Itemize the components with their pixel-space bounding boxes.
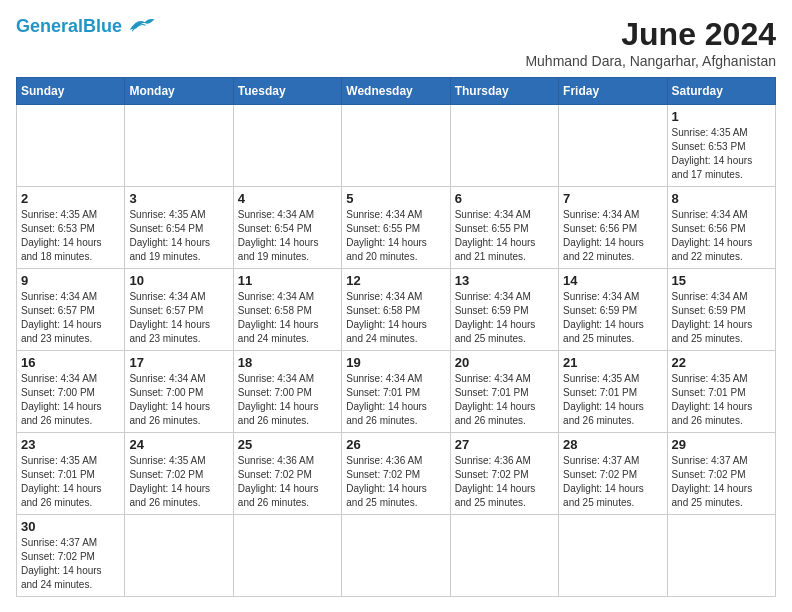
day-info: Sunrise: 4:34 AMSunset: 6:59 PMDaylight:… [672,290,771,346]
calendar-week-row: 16Sunrise: 4:34 AMSunset: 7:00 PMDayligh… [17,351,776,433]
day-info: Sunrise: 4:37 AMSunset: 7:02 PMDaylight:… [21,536,120,592]
day-number: 27 [455,437,554,452]
calendar-week-row: 23Sunrise: 4:35 AMSunset: 7:01 PMDayligh… [17,433,776,515]
day-info: Sunrise: 4:34 AMSunset: 7:01 PMDaylight:… [346,372,445,428]
day-number: 11 [238,273,337,288]
weekday-header-wednesday: Wednesday [342,78,450,105]
day-info: Sunrise: 4:37 AMSunset: 7:02 PMDaylight:… [563,454,662,510]
calendar-cell: 11Sunrise: 4:34 AMSunset: 6:58 PMDayligh… [233,269,341,351]
day-number: 7 [563,191,662,206]
day-number: 14 [563,273,662,288]
calendar-cell: 13Sunrise: 4:34 AMSunset: 6:59 PMDayligh… [450,269,558,351]
calendar-week-row: 30Sunrise: 4:37 AMSunset: 7:02 PMDayligh… [17,515,776,597]
day-info: Sunrise: 4:34 AMSunset: 6:56 PMDaylight:… [563,208,662,264]
title-block: June 2024 Muhmand Dara, Nangarhar, Afgha… [525,16,776,69]
calendar-cell: 1Sunrise: 4:35 AMSunset: 6:53 PMDaylight… [667,105,775,187]
day-number: 9 [21,273,120,288]
day-number: 24 [129,437,228,452]
day-info: Sunrise: 4:34 AMSunset: 7:00 PMDaylight:… [238,372,337,428]
day-info: Sunrise: 4:35 AMSunset: 7:01 PMDaylight:… [563,372,662,428]
calendar-cell: 24Sunrise: 4:35 AMSunset: 7:02 PMDayligh… [125,433,233,515]
calendar-cell [450,105,558,187]
day-info: Sunrise: 4:34 AMSunset: 6:55 PMDaylight:… [346,208,445,264]
calendar-cell: 14Sunrise: 4:34 AMSunset: 6:59 PMDayligh… [559,269,667,351]
calendar-cell [17,105,125,187]
day-info: Sunrise: 4:37 AMSunset: 7:02 PMDaylight:… [672,454,771,510]
page-header: GeneralBlue June 2024 Muhmand Dara, Nang… [16,16,776,69]
calendar-cell [559,515,667,597]
calendar-week-row: 2Sunrise: 4:35 AMSunset: 6:53 PMDaylight… [17,187,776,269]
calendar-cell: 26Sunrise: 4:36 AMSunset: 7:02 PMDayligh… [342,433,450,515]
calendar-cell: 7Sunrise: 4:34 AMSunset: 6:56 PMDaylight… [559,187,667,269]
calendar-cell: 21Sunrise: 4:35 AMSunset: 7:01 PMDayligh… [559,351,667,433]
weekday-header-friday: Friday [559,78,667,105]
day-info: Sunrise: 4:34 AMSunset: 6:59 PMDaylight:… [455,290,554,346]
day-info: Sunrise: 4:35 AMSunset: 6:53 PMDaylight:… [21,208,120,264]
day-number: 10 [129,273,228,288]
day-info: Sunrise: 4:35 AMSunset: 7:02 PMDaylight:… [129,454,228,510]
logo-text: GeneralBlue [16,17,122,35]
day-info: Sunrise: 4:34 AMSunset: 6:55 PMDaylight:… [455,208,554,264]
calendar-cell: 10Sunrise: 4:34 AMSunset: 6:57 PMDayligh… [125,269,233,351]
day-info: Sunrise: 4:36 AMSunset: 7:02 PMDaylight:… [346,454,445,510]
day-info: Sunrise: 4:35 AMSunset: 6:54 PMDaylight:… [129,208,228,264]
calendar-cell: 6Sunrise: 4:34 AMSunset: 6:55 PMDaylight… [450,187,558,269]
day-info: Sunrise: 4:34 AMSunset: 6:54 PMDaylight:… [238,208,337,264]
day-number: 5 [346,191,445,206]
calendar-cell [559,105,667,187]
day-info: Sunrise: 4:36 AMSunset: 7:02 PMDaylight:… [455,454,554,510]
day-number: 20 [455,355,554,370]
calendar-cell: 15Sunrise: 4:34 AMSunset: 6:59 PMDayligh… [667,269,775,351]
calendar-cell [233,105,341,187]
calendar-cell: 22Sunrise: 4:35 AMSunset: 7:01 PMDayligh… [667,351,775,433]
calendar-cell [233,515,341,597]
day-info: Sunrise: 4:34 AMSunset: 6:56 PMDaylight:… [672,208,771,264]
day-number: 30 [21,519,120,534]
day-info: Sunrise: 4:34 AMSunset: 6:57 PMDaylight:… [21,290,120,346]
day-number: 26 [346,437,445,452]
calendar-title: June 2024 [525,16,776,53]
calendar-cell: 8Sunrise: 4:34 AMSunset: 6:56 PMDaylight… [667,187,775,269]
calendar-cell: 28Sunrise: 4:37 AMSunset: 7:02 PMDayligh… [559,433,667,515]
day-info: Sunrise: 4:35 AMSunset: 7:01 PMDaylight:… [21,454,120,510]
calendar-cell [125,105,233,187]
day-number: 13 [455,273,554,288]
calendar-cell [342,515,450,597]
day-number: 29 [672,437,771,452]
day-info: Sunrise: 4:35 AMSunset: 7:01 PMDaylight:… [672,372,771,428]
day-number: 4 [238,191,337,206]
day-number: 2 [21,191,120,206]
day-number: 15 [672,273,771,288]
day-number: 17 [129,355,228,370]
day-number: 23 [21,437,120,452]
day-number: 12 [346,273,445,288]
logo-general: General [16,16,83,36]
weekday-header-monday: Monday [125,78,233,105]
day-number: 28 [563,437,662,452]
weekday-header-row: SundayMondayTuesdayWednesdayThursdayFrid… [17,78,776,105]
day-number: 25 [238,437,337,452]
calendar-cell: 19Sunrise: 4:34 AMSunset: 7:01 PMDayligh… [342,351,450,433]
day-info: Sunrise: 4:34 AMSunset: 6:57 PMDaylight:… [129,290,228,346]
day-info: Sunrise: 4:34 AMSunset: 6:59 PMDaylight:… [563,290,662,346]
calendar-cell: 9Sunrise: 4:34 AMSunset: 6:57 PMDaylight… [17,269,125,351]
day-number: 1 [672,109,771,124]
weekday-header-tuesday: Tuesday [233,78,341,105]
day-number: 8 [672,191,771,206]
logo-blue: Blue [83,16,122,36]
calendar-cell: 17Sunrise: 4:34 AMSunset: 7:00 PMDayligh… [125,351,233,433]
calendar-cell [125,515,233,597]
calendar-cell: 27Sunrise: 4:36 AMSunset: 7:02 PMDayligh… [450,433,558,515]
day-number: 19 [346,355,445,370]
calendar-cell: 29Sunrise: 4:37 AMSunset: 7:02 PMDayligh… [667,433,775,515]
calendar-cell [342,105,450,187]
calendar-cell [667,515,775,597]
day-info: Sunrise: 4:34 AMSunset: 6:58 PMDaylight:… [346,290,445,346]
day-info: Sunrise: 4:34 AMSunset: 7:00 PMDaylight:… [21,372,120,428]
day-number: 21 [563,355,662,370]
day-info: Sunrise: 4:34 AMSunset: 7:00 PMDaylight:… [129,372,228,428]
calendar-week-row: 9Sunrise: 4:34 AMSunset: 6:57 PMDaylight… [17,269,776,351]
calendar-cell: 12Sunrise: 4:34 AMSunset: 6:58 PMDayligh… [342,269,450,351]
day-number: 3 [129,191,228,206]
calendar-subtitle: Muhmand Dara, Nangarhar, Afghanistan [525,53,776,69]
